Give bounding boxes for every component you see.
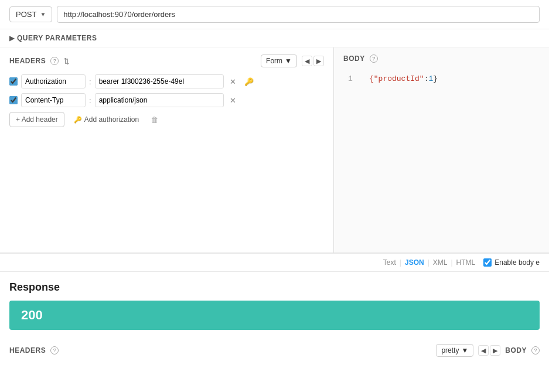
colon-1: : (89, 77, 91, 86)
divider-2: | (428, 258, 429, 267)
header-2-checkbox[interactable] (9, 96, 18, 104)
headers-panel-header: HEADERS ? ⇅ Form ▼ ◀ ▶ (9, 54, 324, 67)
trash-icon[interactable]: 🗑 (151, 115, 158, 124)
enable-body-checkbox[interactable] (483, 258, 492, 267)
pretty-label: pretty (441, 346, 459, 354)
format-xml[interactable]: XML (433, 258, 448, 267)
method-label: POST (16, 10, 36, 19)
form-chevron: ▼ (285, 57, 292, 65)
headers-sort-icon[interactable]: ⇅ (63, 57, 70, 66)
query-params-arrow: ▶ (9, 34, 15, 42)
key-icon: 🔑 (74, 116, 82, 124)
query-params-toggle[interactable]: ▶ QUERY PARAMETERS (9, 34, 97, 42)
header-1-clear-btn[interactable]: ✕ (227, 76, 238, 87)
header-row-1: : ✕ 🔑 (9, 74, 324, 88)
status-code: 200 (21, 308, 43, 322)
code-line-1: 1 {"productId":1} (348, 74, 535, 83)
code-editor[interactable]: 1 {"productId":1} (343, 70, 540, 246)
form-label: Form (266, 57, 282, 65)
headers-panel: HEADERS ? ⇅ Form ▼ ◀ ▶ : ✕ 🔑 : (0, 47, 334, 253)
headers-label: HEADERS (9, 57, 46, 65)
json-close: } (433, 74, 438, 83)
enable-body-row: Enable body e (483, 258, 540, 267)
body-label: BODY (343, 54, 365, 63)
header-1-key-icon[interactable]: 🔑 (242, 76, 256, 87)
add-row: + Add header 🔑 Add authorization 🗑 (9, 112, 324, 127)
format-html[interactable]: HTML (456, 258, 476, 267)
colon-2: : (89, 96, 91, 105)
add-auth-button[interactable]: 🔑 Add authorization (69, 113, 144, 127)
response-body-label: BODY (505, 346, 527, 354)
enable-body-label: Enable body e (495, 258, 540, 267)
divider-3: | (451, 258, 452, 267)
header-1-value[interactable] (95, 74, 224, 88)
header-1-checkbox[interactable] (9, 77, 18, 86)
response-body-help: ? (531, 346, 540, 354)
url-input[interactable] (57, 6, 540, 23)
response-headers-bar: HEADERS ? pretty ▼ ◀ ▶ BODY ? (9, 339, 540, 362)
divider-1: | (400, 258, 401, 267)
response-nav-arrows: ◀ ▶ (478, 345, 500, 356)
query-params-row: ▶ QUERY PARAMETERS (0, 29, 549, 47)
body-panel: BODY ? 1 {"productId":1} (334, 47, 549, 253)
query-params-label: QUERY PARAMETERS (17, 34, 97, 42)
header-2-clear-btn[interactable]: ✕ (227, 95, 238, 106)
response-title: Response (9, 281, 540, 294)
method-chevron: ▼ (40, 11, 46, 18)
add-header-label: + Add header (16, 115, 58, 124)
response-headers-help: ? (50, 346, 59, 354)
form-button[interactable]: Form ▼ (261, 54, 297, 67)
top-bar: POST ▼ (0, 0, 549, 29)
pretty-chevron: ▼ (461, 346, 468, 354)
line-number: 1 (348, 74, 357, 83)
headers-nav-arrows: ◀ ▶ (302, 56, 324, 66)
body-help-icon: ? (370, 54, 378, 63)
add-auth-label: Add authorization (84, 115, 139, 124)
format-json[interactable]: JSON (405, 258, 424, 267)
header-1-key[interactable] (21, 74, 86, 88)
format-text[interactable]: Text (383, 258, 396, 267)
header-2-key[interactable] (21, 93, 86, 107)
response-headers-label: HEADERS (9, 346, 46, 354)
pretty-button[interactable]: pretty ▼ (436, 344, 473, 357)
status-bar: 200 (9, 301, 540, 330)
header-2-value[interactable] (95, 93, 224, 107)
json-key: {"productId" (369, 74, 424, 83)
format-bar: Text | JSON | XML | HTML Enable body e (0, 253, 549, 272)
response-nav-right[interactable]: ▶ (490, 345, 500, 356)
method-select[interactable]: POST ▼ (9, 6, 52, 22)
response-section: Response 200 HEADERS ? pretty ▼ ◀ ▶ BODY… (0, 272, 549, 371)
headers-nav-right[interactable]: ▶ (313, 56, 324, 66)
body-panel-header: BODY ? (343, 54, 540, 63)
response-nav-left[interactable]: ◀ (478, 345, 489, 356)
code-text: {"productId":1} (369, 74, 438, 83)
header-row-2: : ✕ (9, 93, 324, 107)
headers-nav-left[interactable]: ◀ (302, 56, 312, 66)
add-header-button[interactable]: + Add header (9, 112, 64, 127)
main-content: HEADERS ? ⇅ Form ▼ ◀ ▶ : ✕ 🔑 : (0, 47, 549, 253)
headers-help-icon: ? (50, 57, 59, 65)
